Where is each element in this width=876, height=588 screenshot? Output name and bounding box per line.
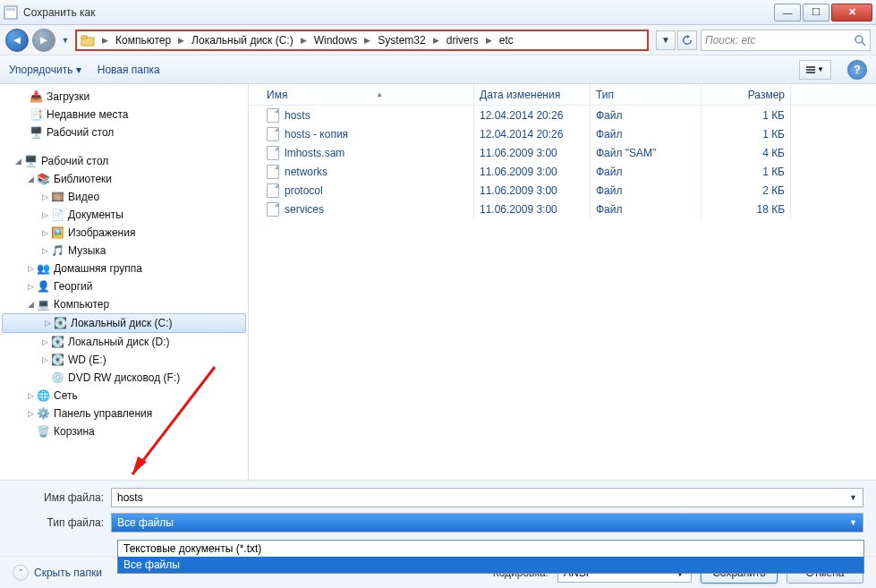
forward-button[interactable]: ► xyxy=(32,29,55,52)
organize-button[interactable]: Упорядочить ▾ xyxy=(9,64,81,76)
address-dropdown-button[interactable]: ▼ xyxy=(656,30,676,50)
chevron-right-icon[interactable]: ▶ xyxy=(484,36,494,45)
expander-icon[interactable]: ▷ xyxy=(39,210,50,219)
col-date[interactable]: Дата изменения xyxy=(474,84,591,105)
downloads-icon: 📥 xyxy=(29,89,43,104)
recent-icon: 📑 xyxy=(29,107,43,122)
expander-icon[interactable]: ▷ xyxy=(39,246,50,255)
file-date: 12.04.2014 20:26 xyxy=(474,124,591,143)
tree-recycle[interactable]: 🗑️Корзина xyxy=(0,422,248,440)
col-name[interactable]: Имя▲ xyxy=(261,84,474,105)
tree-disk-c[interactable]: ▷💽Локальный диск (C:) xyxy=(2,313,246,333)
close-button[interactable]: ✕ xyxy=(831,4,872,21)
file-name: services xyxy=(285,203,324,216)
expander-icon[interactable]: ▷ xyxy=(25,391,36,400)
tree-images[interactable]: ▷🖼️Изображения xyxy=(0,224,248,242)
tree-music[interactable]: ▷🎵Музыка xyxy=(0,242,248,260)
tree-user[interactable]: ▷👤Георгий xyxy=(0,277,248,295)
file-date: 11.06.2009 3:00 xyxy=(474,162,591,181)
new-folder-button[interactable]: Новая папка xyxy=(98,64,160,76)
tree-homegroup[interactable]: ▷👥Домашняя группа xyxy=(0,260,248,277)
drive-icon: 💽 xyxy=(50,353,64,367)
titlebar: Сохранить как — ☐ ✕ xyxy=(0,0,876,25)
history-dropdown[interactable]: ▼ xyxy=(59,30,72,50)
back-button[interactable]: ◄ xyxy=(5,29,29,52)
window-title: Сохранить как xyxy=(23,6,772,19)
view-options-button[interactable]: ▼ xyxy=(799,60,831,80)
chevron-right-icon[interactable]: ▶ xyxy=(176,36,186,45)
drive-icon: 💽 xyxy=(53,316,67,330)
expander-icon[interactable]: ▷ xyxy=(39,355,50,364)
computer-icon: 💻 xyxy=(36,297,50,311)
help-button[interactable]: ? xyxy=(847,60,867,80)
filetype-option-selected[interactable]: Все файлы xyxy=(118,557,863,573)
filetype-option[interactable]: Текстовые документы (*.txt) xyxy=(118,541,863,557)
chevron-right-icon[interactable]: ▶ xyxy=(299,36,309,45)
navigation-tree: 📥Загрузки 📑Недавние места 🖥️Рабочий стол… xyxy=(0,84,249,480)
tree-desktop[interactable]: ◢🖥️Рабочий стол xyxy=(0,152,248,170)
save-form: Имя файла: hosts▼ Тип файла: Все файлы▼ … xyxy=(0,480,876,588)
tree-downloads[interactable]: 📥Загрузки xyxy=(0,88,248,106)
file-type: Файл xyxy=(591,181,702,200)
col-type[interactable]: Тип xyxy=(591,84,702,105)
expander-icon[interactable]: ▷ xyxy=(25,282,36,291)
tree-network[interactable]: ▷🌐Сеть xyxy=(0,387,248,405)
chevron-down-icon[interactable]: ▼ xyxy=(849,518,857,527)
tree-desktop-fav[interactable]: 🖥️Рабочий стол xyxy=(0,124,248,141)
file-date: 12.04.2014 20:26 xyxy=(474,106,591,124)
file-row[interactable]: services11.06.2009 3:00Файл18 КБ xyxy=(249,200,876,218)
breadcrumb-item[interactable]: Windows xyxy=(310,34,361,47)
expander-icon[interactable]: ▷ xyxy=(39,192,50,201)
address-bar[interactable]: ▶ Компьютер ▶ Локальный диск (C:) ▶ Wind… xyxy=(75,30,649,51)
chevron-right-icon[interactable]: ▶ xyxy=(431,36,441,45)
file-icon xyxy=(267,183,279,198)
music-icon: 🎵 xyxy=(50,243,64,258)
tree-documents[interactable]: ▷📄Документы xyxy=(0,206,248,224)
breadcrumb-item[interactable]: drivers xyxy=(443,34,482,47)
tree-recent[interactable]: 📑Недавние места xyxy=(0,106,248,124)
tree-disk-f[interactable]: 💿DVD RW дисковод (F:) xyxy=(0,369,248,387)
search-input[interactable]: Поиск: etc xyxy=(701,30,871,51)
hide-folders-button[interactable]: ˄ Скрыть папки xyxy=(13,565,102,581)
refresh-button[interactable] xyxy=(677,30,697,50)
homegroup-icon: 👥 xyxy=(36,261,50,276)
expander-icon[interactable]: ◢ xyxy=(25,300,36,309)
controlpanel-icon: ⚙️ xyxy=(36,406,50,421)
file-type: Файл xyxy=(591,106,702,124)
col-size[interactable]: Размер xyxy=(702,84,791,105)
filename-input[interactable]: hosts▼ xyxy=(111,488,863,507)
expander-icon[interactable]: ◢ xyxy=(13,157,23,166)
tree-disk-e[interactable]: ▷💽WD (E:) xyxy=(0,351,248,369)
breadcrumb-item[interactable]: etc xyxy=(496,34,517,47)
file-size: 1 КБ xyxy=(702,162,791,181)
breadcrumb-item[interactable]: System32 xyxy=(374,34,429,47)
app-icon xyxy=(4,5,18,20)
expander-icon[interactable]: ◢ xyxy=(25,175,36,183)
tree-video[interactable]: ▷🎞️Видео xyxy=(0,188,248,206)
expander-icon[interactable]: ▷ xyxy=(25,409,36,418)
expander-icon[interactable]: ▷ xyxy=(39,228,50,237)
tree-disk-d[interactable]: ▷💽Локальный диск (D:) xyxy=(0,333,248,351)
chevron-down-icon[interactable]: ▼ xyxy=(849,493,857,502)
file-row[interactable]: networks11.06.2009 3:00Файл1 КБ xyxy=(249,162,876,181)
tree-controlpanel[interactable]: ▷⚙️Панель управления xyxy=(0,405,248,422)
breadcrumb-item[interactable]: Компьютер xyxy=(112,34,174,47)
file-row[interactable]: hosts12.04.2014 20:26Файл1 КБ xyxy=(249,106,876,124)
chevron-right-icon[interactable]: ▶ xyxy=(100,36,110,45)
file-row[interactable]: protocol11.06.2009 3:00Файл2 КБ xyxy=(249,181,876,200)
expander-icon[interactable]: ▷ xyxy=(42,319,53,328)
file-row[interactable]: hosts - копия12.04.2014 20:26Файл1 КБ xyxy=(249,124,876,143)
expander-icon[interactable]: ▷ xyxy=(25,264,36,273)
chevron-right-icon[interactable]: ▶ xyxy=(362,36,372,45)
filetype-select[interactable]: Все файлы▼ xyxy=(111,513,863,533)
maximize-button[interactable]: ☐ xyxy=(803,4,829,21)
file-row[interactable]: lmhosts.sam11.06.2009 3:00Файл "SAM"4 КБ xyxy=(249,143,876,162)
tree-libraries[interactable]: ◢📚Библиотеки xyxy=(0,170,248,188)
file-icon xyxy=(267,165,279,179)
file-name: hosts - копия xyxy=(285,128,348,141)
breadcrumb-item[interactable]: Локальный диск (C:) xyxy=(188,34,297,47)
minimize-button[interactable]: — xyxy=(774,4,801,21)
expander-icon[interactable]: ▷ xyxy=(39,337,50,346)
file-size: 18 КБ xyxy=(702,200,791,218)
tree-computer[interactable]: ◢💻Компьютер xyxy=(0,295,248,313)
